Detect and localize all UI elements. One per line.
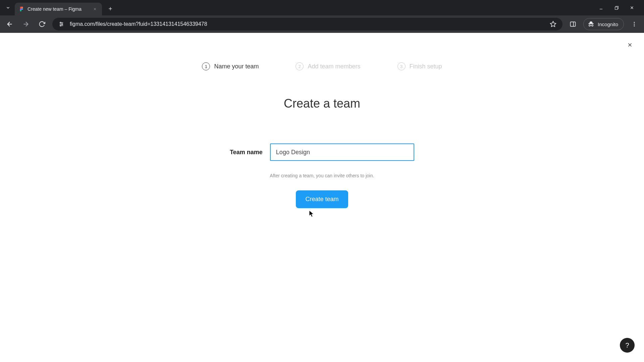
svg-point-24 (634, 24, 635, 25)
incognito-indicator[interactable]: Incognito (583, 18, 624, 30)
cursor-icon (309, 210, 315, 218)
team-name-input[interactable] (270, 143, 414, 161)
page-title: Create a team (284, 97, 360, 111)
figma-favicon-icon (19, 6, 24, 12)
incognito-icon (588, 20, 594, 28)
page-content: 1 Name your team 2 Add team members 3 Fi… (0, 33, 644, 362)
tab-bar: Create new team – Figma (0, 0, 644, 15)
step-label: Name your team (214, 63, 259, 70)
svg-point-23 (634, 22, 635, 23)
side-panel-icon[interactable] (567, 18, 579, 30)
step-add-team-members: 2 Add team members (296, 62, 360, 70)
svg-point-21 (592, 24, 593, 26)
tab-search-dropdown-icon[interactable] (3, 2, 13, 13)
svg-point-16 (60, 25, 61, 26)
close-dialog-icon[interactable] (625, 40, 635, 50)
tab-title: Create new team – Figma (28, 6, 89, 12)
team-name-label: Team name (230, 149, 263, 156)
create-team-button[interactable]: Create team (296, 190, 348, 208)
close-window-icon[interactable] (627, 3, 637, 12)
svg-point-20 (589, 24, 590, 26)
help-icon: ? (625, 342, 629, 349)
svg-point-14 (60, 22, 61, 23)
svg-point-15 (62, 24, 63, 25)
stepper: 1 Name your team 2 Add team members 3 Fi… (0, 33, 644, 70)
reload-button-icon[interactable] (36, 18, 48, 30)
tab-close-icon[interactable] (92, 6, 98, 12)
maximize-icon[interactable] (612, 3, 621, 12)
bookmark-star-icon[interactable] (549, 20, 557, 28)
site-settings-icon[interactable] (58, 20, 65, 28)
step-number: 3 (397, 62, 406, 70)
browser-tab[interactable]: Create new team – Figma (15, 3, 102, 15)
step-label: Add team members (308, 63, 360, 70)
team-name-row: Team name (230, 143, 414, 161)
new-tab-button[interactable] (105, 4, 115, 14)
browser-chrome: Create new team – Figma (0, 0, 644, 33)
browser-menu-icon[interactable] (629, 18, 640, 30)
window-controls (592, 3, 641, 12)
create-team-form: Create a team Team name After creating a… (0, 70, 644, 208)
url-text: figma.com/files/create-team?fuid=1331413… (70, 21, 544, 27)
step-finish-setup: 3 Finish setup (397, 62, 442, 70)
url-field[interactable]: figma.com/files/create-team?fuid=1331413… (52, 18, 562, 31)
svg-rect-6 (615, 7, 618, 9)
step-number: 1 (202, 62, 210, 70)
svg-rect-18 (571, 22, 576, 26)
forward-button-icon[interactable] (20, 18, 32, 30)
incognito-label: Incognito (598, 21, 618, 27)
help-button[interactable]: ? (620, 338, 635, 353)
step-number: 2 (296, 62, 304, 70)
back-button-icon[interactable] (4, 18, 15, 30)
address-bar: figma.com/files/create-team?fuid=1331413… (0, 15, 644, 33)
svg-point-25 (634, 25, 635, 26)
svg-rect-22 (589, 23, 594, 24)
hint-text: After creating a team, you can invite ot… (270, 173, 374, 178)
svg-marker-17 (550, 21, 556, 27)
minimize-icon[interactable] (596, 3, 606, 12)
step-label: Finish setup (410, 63, 442, 70)
step-name-your-team: 1 Name your team (202, 62, 259, 70)
